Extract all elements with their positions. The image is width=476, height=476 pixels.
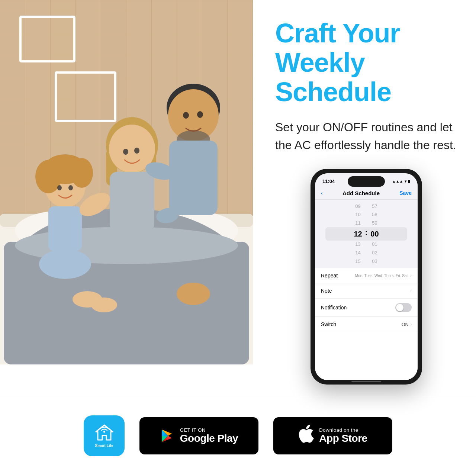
wifi-icon: ▾ — [405, 179, 406, 183]
svg-point-40 — [197, 111, 203, 118]
nav-back-button[interactable]: ‹ — [321, 190, 323, 196]
svg-point-25 — [39, 249, 91, 279]
settings-list: Repeat Mon. Tues. Wed. Thurs. Fri. Sat. … — [315, 268, 418, 380]
svg-point-48 — [103, 431, 105, 433]
notification-label: Notification — [321, 305, 347, 311]
repeat-label: Repeat — [321, 273, 338, 279]
google-play-badge[interactable]: GET IT ON Google Play — [139, 417, 258, 454]
smart-life-house-icon — [94, 424, 115, 441]
dynamic-island — [348, 176, 385, 187]
switch-label: Switch — [321, 321, 336, 327]
google-play-icon — [160, 428, 175, 443]
status-time: 11:04 — [322, 178, 335, 184]
note-value: › — [410, 288, 412, 293]
note-arrow: › — [410, 288, 412, 293]
phone-mockup: 11:04 ▲▲▲ ▾ ▮ ‹ Add Schedule Save — [311, 169, 422, 385]
settings-item-note[interactable]: Note › — [315, 283, 418, 299]
photo-section — [0, 0, 253, 364]
settings-item-repeat[interactable]: Repeat Mon. Tues. Wed. Thurs. Fri. Sat. … — [315, 268, 418, 283]
app-store-badge[interactable]: Download on the App Store — [273, 417, 392, 454]
repeat-value: Mon. Tues. Wed. Thurs. Fri. Sat. › — [355, 273, 412, 278]
toggle-knob — [396, 304, 403, 311]
switch-value: ON › — [402, 322, 412, 327]
svg-rect-24 — [48, 206, 82, 251]
battery-icon: ▮ — [408, 179, 410, 183]
notification-toggle[interactable] — [395, 303, 412, 312]
app-store-subtitle: Download on the — [319, 427, 367, 433]
home-indicator — [351, 381, 381, 382]
family-illustration — [0, 0, 253, 364]
main-headline: Craft Your Weekly Schedule — [275, 19, 457, 107]
switch-state: ON — [402, 322, 409, 327]
svg-point-23 — [71, 158, 93, 188]
status-icons: ▲▲▲ ▾ ▮ — [392, 179, 410, 183]
app-store-text: Download on the App Store — [319, 427, 367, 444]
phone-screen: 11:04 ▲▲▲ ▾ ▮ ‹ Add Schedule Save — [315, 173, 418, 380]
phone-container: 11:04 ▲▲▲ ▾ ▮ ‹ Add Schedule Save — [275, 169, 457, 385]
repeat-arrow: › — [410, 273, 412, 278]
svg-point-32 — [123, 149, 128, 155]
signal-icon: ▲▲▲ — [392, 179, 403, 183]
nav-save-button[interactable]: Save — [399, 190, 412, 196]
text-section: Craft Your Weekly Schedule Set your ON/O… — [253, 0, 476, 396]
svg-rect-41 — [169, 141, 218, 215]
svg-point-46 — [177, 283, 210, 305]
smart-life-logo: Smart Life — [84, 415, 125, 456]
svg-rect-34 — [110, 172, 154, 231]
svg-point-45 — [91, 298, 117, 312]
note-label: Note — [321, 288, 332, 294]
svg-point-39 — [183, 112, 189, 119]
subtext-description: Set your ON/OFF routines and let the AC … — [275, 118, 457, 154]
google-play-subtitle: GET IT ON — [180, 427, 238, 433]
svg-point-33 — [134, 148, 139, 154]
nav-bar: ‹ Add Schedule Save — [315, 187, 418, 200]
svg-point-27 — [68, 185, 73, 190]
settings-item-switch[interactable]: Switch ON › — [315, 317, 418, 332]
time-picker[interactable]: 09 10 11 12 13 14 15 : 57 58 — [315, 200, 418, 268]
google-play-text: GET IT ON Google Play — [180, 427, 238, 444]
switch-arrow: › — [410, 322, 412, 327]
app-store-title: App Store — [319, 433, 367, 444]
bottom-section: Smart Life — [0, 396, 476, 476]
smart-life-label: Smart Life — [95, 444, 113, 448]
settings-item-notification[interactable]: Notification — [315, 299, 418, 317]
svg-point-26 — [57, 185, 62, 190]
nav-title: Add Schedule — [342, 190, 380, 196]
apple-icon — [298, 425, 314, 446]
repeat-days: Mon. Tues. Wed. Thurs. Fri. Sat. — [355, 274, 409, 278]
google-play-title: Google Play — [180, 433, 238, 444]
